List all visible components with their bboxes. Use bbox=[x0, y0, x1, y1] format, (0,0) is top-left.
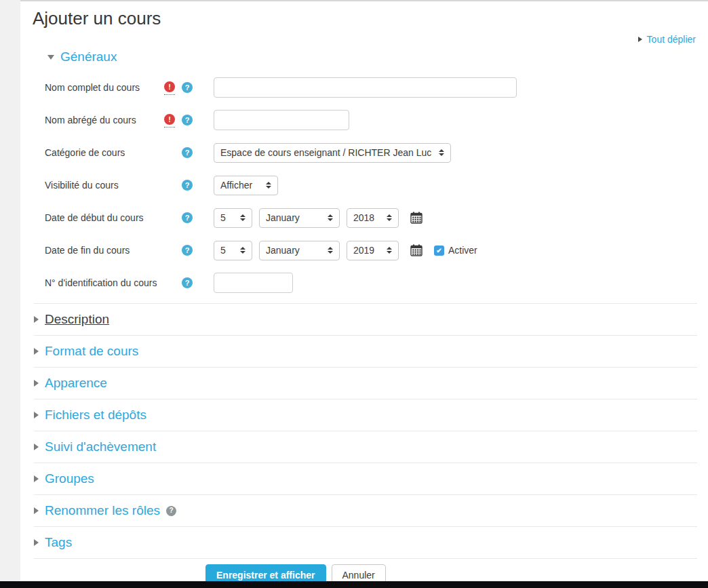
category-select[interactable]: Espace de cours enseignant / RICHTER Jea… bbox=[214, 143, 451, 163]
section-appearance: Apparence bbox=[34, 368, 697, 399]
section-files-uploads: Fichiers et dépôts bbox=[34, 399, 697, 431]
course-form-page: Ajouter un cours Tout déplier Généraux N… bbox=[20, 1, 708, 581]
page-title: Ajouter un cours bbox=[33, 8, 708, 29]
chevron-right-icon[interactable] bbox=[34, 412, 39, 418]
field-label: Nom complet du cours bbox=[45, 82, 164, 93]
startdate-year-select[interactable]: 2018 bbox=[347, 208, 399, 228]
help-icon[interactable]: ? bbox=[182, 245, 193, 256]
select-arrows-icon bbox=[387, 214, 392, 221]
help-icon[interactable]: ? bbox=[182, 82, 193, 93]
section-tags-link[interactable]: Tags bbox=[45, 535, 72, 550]
field-label: Visibilité du cours bbox=[45, 180, 164, 191]
select-arrows-icon bbox=[266, 182, 271, 189]
desktop-background-strip bbox=[0, 581, 708, 588]
help-icon[interactable]: ? bbox=[182, 180, 193, 191]
help-icon[interactable]: ? bbox=[182, 115, 193, 125]
section-files-uploads-link[interactable]: Fichiers et dépôts bbox=[45, 408, 146, 423]
section-description-link[interactable]: Description bbox=[45, 312, 109, 327]
form-row-visibility: Visibilité du cours ? Afficher bbox=[34, 169, 697, 201]
chevron-right-icon[interactable] bbox=[34, 444, 39, 450]
form-row-startdate: Date de début du cours ? 5 January 2018 bbox=[34, 201, 697, 234]
section-rename-roles-link[interactable]: Renommer les rôles bbox=[45, 503, 160, 518]
enddate-year-select[interactable]: 2019 bbox=[347, 241, 399, 260]
fullname-input[interactable] bbox=[214, 77, 517, 98]
enddate-day-select[interactable]: 5 bbox=[214, 241, 252, 260]
form-row-shortname: Nom abrégé du cours ! ? bbox=[34, 104, 697, 136]
shortname-input[interactable] bbox=[214, 110, 349, 130]
section-completion-tracking: Suivi d'achèvement bbox=[34, 431, 697, 463]
idnumber-input[interactable] bbox=[214, 273, 293, 293]
field-label: Date de début du cours bbox=[45, 212, 164, 223]
section-description: Description bbox=[34, 304, 697, 336]
help-icon[interactable]: ? bbox=[166, 506, 176, 516]
field-label: Date de fin du cours bbox=[45, 245, 164, 256]
section-general: Généraux Nom complet du cours ! ? Nom ab… bbox=[34, 50, 697, 304]
section-groups: Groupes bbox=[34, 463, 697, 495]
chevron-right-icon[interactable] bbox=[34, 348, 39, 355]
enddate-month-select[interactable]: January bbox=[259, 241, 340, 260]
section-appearance-link[interactable]: Apparence bbox=[45, 376, 107, 391]
section-general-link[interactable]: Généraux bbox=[60, 50, 117, 64]
select-arrows-icon bbox=[387, 247, 392, 254]
form-row-enddate: Date de fin du cours ? 5 January 2019 bbox=[34, 234, 697, 267]
visibility-select[interactable]: Afficher bbox=[214, 176, 278, 195]
select-arrows-icon bbox=[240, 247, 245, 254]
chevron-right-icon[interactable] bbox=[34, 380, 39, 387]
chevron-right-icon[interactable] bbox=[34, 316, 39, 323]
select-arrows-icon bbox=[328, 214, 333, 221]
chevron-right-icon[interactable] bbox=[34, 507, 39, 514]
startdate-day-select[interactable]: 5 bbox=[214, 208, 252, 228]
expand-all-toggle[interactable]: Tout déplier bbox=[638, 34, 696, 45]
select-arrows-icon bbox=[328, 247, 333, 254]
section-groups-link[interactable]: Groupes bbox=[45, 471, 94, 486]
field-label: Catégorie de cours bbox=[45, 147, 164, 158]
select-arrows-icon bbox=[439, 149, 444, 156]
enable-checkbox[interactable]: ✔ bbox=[434, 246, 444, 256]
calendar-icon[interactable] bbox=[410, 212, 422, 224]
section-rename-roles: Renommer les rôles ? bbox=[34, 495, 697, 527]
select-arrows-icon bbox=[240, 214, 245, 221]
page-left-gutter bbox=[0, 0, 20, 581]
chevron-right-icon bbox=[638, 37, 642, 42]
startdate-month-select[interactable]: January bbox=[259, 208, 340, 228]
form-row-idnumber: N° d'identification du cours ? bbox=[34, 267, 697, 299]
section-course-format: Format de cours bbox=[34, 336, 697, 368]
form-row-category: Catégorie de cours ? Espace de cours ens… bbox=[34, 136, 697, 169]
form-row-fullname: Nom complet du cours ! ? bbox=[34, 71, 697, 104]
section-completion-tracking-link[interactable]: Suivi d'achèvement bbox=[45, 439, 156, 454]
calendar-icon[interactable] bbox=[410, 244, 422, 256]
chevron-down-icon[interactable] bbox=[47, 55, 54, 60]
chevron-right-icon[interactable] bbox=[34, 539, 39, 546]
help-icon[interactable]: ? bbox=[182, 212, 193, 223]
section-general-header: Généraux bbox=[47, 50, 697, 64]
section-course-format-link[interactable]: Format de cours bbox=[45, 344, 138, 359]
section-tags: Tags bbox=[34, 527, 697, 559]
required-icon: ! bbox=[164, 113, 175, 128]
chevron-right-icon[interactable] bbox=[34, 475, 39, 482]
enable-checkbox-label[interactable]: Activer bbox=[448, 245, 477, 256]
field-label: Nom abrégé du cours bbox=[45, 115, 164, 125]
help-icon[interactable]: ? bbox=[182, 277, 193, 288]
field-label: N° d'identification du cours bbox=[45, 277, 164, 288]
expand-all-link[interactable]: Tout déplier bbox=[647, 34, 696, 45]
help-icon[interactable]: ? bbox=[182, 147, 193, 158]
required-icon: ! bbox=[164, 81, 175, 95]
